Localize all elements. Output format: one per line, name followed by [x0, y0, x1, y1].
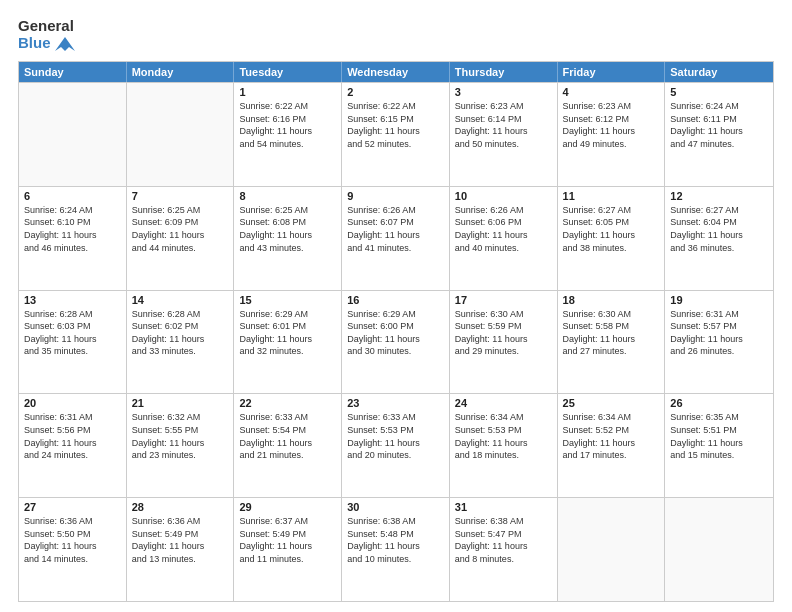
day-cell-1: 1Sunrise: 6:22 AMSunset: 6:16 PMDaylight… [234, 83, 342, 186]
day-cell-12: 12Sunrise: 6:27 AMSunset: 6:04 PMDayligh… [665, 187, 773, 290]
calendar-row-2: 13Sunrise: 6:28 AMSunset: 6:03 PMDayligh… [19, 290, 773, 394]
cell-info-line: and 49 minutes. [563, 138, 660, 151]
weekday-header-friday: Friday [558, 62, 666, 82]
cell-info-line: Sunrise: 6:27 AM [670, 204, 768, 217]
cell-info-line: Daylight: 11 hours [670, 229, 768, 242]
day-cell-16: 16Sunrise: 6:29 AMSunset: 6:00 PMDayligh… [342, 291, 450, 394]
cell-info-line: Daylight: 11 hours [455, 437, 552, 450]
cell-info-line: Sunset: 6:04 PM [670, 216, 768, 229]
cell-info-line: Daylight: 11 hours [132, 540, 229, 553]
cell-info-line: Sunrise: 6:29 AM [239, 308, 336, 321]
cell-info-line: Sunset: 6:06 PM [455, 216, 552, 229]
day-number: 31 [455, 501, 552, 513]
day-cell-30: 30Sunrise: 6:38 AMSunset: 5:48 PMDayligh… [342, 498, 450, 601]
cell-info-line: Sunrise: 6:22 AM [347, 100, 444, 113]
cell-info-line: Sunrise: 6:31 AM [670, 308, 768, 321]
day-number: 23 [347, 397, 444, 409]
cell-info-line: Daylight: 11 hours [132, 229, 229, 242]
cell-info-line: Daylight: 11 hours [239, 540, 336, 553]
day-cell-22: 22Sunrise: 6:33 AMSunset: 5:54 PMDayligh… [234, 394, 342, 497]
day-cell-18: 18Sunrise: 6:30 AMSunset: 5:58 PMDayligh… [558, 291, 666, 394]
cell-info-line: Daylight: 11 hours [347, 333, 444, 346]
day-cell-15: 15Sunrise: 6:29 AMSunset: 6:01 PMDayligh… [234, 291, 342, 394]
cell-info-line: Sunrise: 6:38 AM [347, 515, 444, 528]
empty-cell-0-1 [127, 83, 235, 186]
cell-info-line: Daylight: 11 hours [563, 125, 660, 138]
cell-info-line: Sunrise: 6:30 AM [455, 308, 552, 321]
logo-bird-icon [55, 37, 75, 51]
cell-info-line: and 43 minutes. [239, 242, 336, 255]
logo: General Blue [18, 18, 75, 51]
calendar: SundayMondayTuesdayWednesdayThursdayFrid… [18, 61, 774, 602]
cell-info-line: Daylight: 11 hours [24, 437, 121, 450]
day-cell-7: 7Sunrise: 6:25 AMSunset: 6:09 PMDaylight… [127, 187, 235, 290]
day-cell-23: 23Sunrise: 6:33 AMSunset: 5:53 PMDayligh… [342, 394, 450, 497]
cell-info-line: Sunrise: 6:22 AM [239, 100, 336, 113]
day-cell-5: 5Sunrise: 6:24 AMSunset: 6:11 PMDaylight… [665, 83, 773, 186]
cell-info-line: and 18 minutes. [455, 449, 552, 462]
cell-info-line: Sunrise: 6:26 AM [347, 204, 444, 217]
cell-info-line: and 30 minutes. [347, 345, 444, 358]
cell-info-line: and 29 minutes. [455, 345, 552, 358]
cell-info-line: Sunrise: 6:28 AM [24, 308, 121, 321]
day-cell-13: 13Sunrise: 6:28 AMSunset: 6:03 PMDayligh… [19, 291, 127, 394]
day-number: 28 [132, 501, 229, 513]
day-cell-4: 4Sunrise: 6:23 AMSunset: 6:12 PMDaylight… [558, 83, 666, 186]
calendar-body: 1Sunrise: 6:22 AMSunset: 6:16 PMDaylight… [19, 82, 773, 601]
header: General Blue [18, 18, 774, 51]
cell-info-line: and 27 minutes. [563, 345, 660, 358]
cell-info-line: Sunset: 6:12 PM [563, 113, 660, 126]
cell-info-line: Sunset: 5:58 PM [563, 320, 660, 333]
cell-info-line: Daylight: 11 hours [239, 229, 336, 242]
cell-info-line: Sunset: 5:55 PM [132, 424, 229, 437]
day-cell-24: 24Sunrise: 6:34 AMSunset: 5:53 PMDayligh… [450, 394, 558, 497]
cell-info-line: and 47 minutes. [670, 138, 768, 151]
cell-info-line: Sunrise: 6:29 AM [347, 308, 444, 321]
cell-info-line: and 11 minutes. [239, 553, 336, 566]
cell-info-line: Daylight: 11 hours [670, 125, 768, 138]
day-cell-3: 3Sunrise: 6:23 AMSunset: 6:14 PMDaylight… [450, 83, 558, 186]
cell-info-line: and 14 minutes. [24, 553, 121, 566]
cell-info-line: Sunrise: 6:32 AM [132, 411, 229, 424]
day-cell-2: 2Sunrise: 6:22 AMSunset: 6:15 PMDaylight… [342, 83, 450, 186]
cell-info-line: Sunset: 5:49 PM [132, 528, 229, 541]
day-number: 2 [347, 86, 444, 98]
cell-info-line: Sunrise: 6:35 AM [670, 411, 768, 424]
cell-info-line: Daylight: 11 hours [239, 437, 336, 450]
cell-info-line: and 8 minutes. [455, 553, 552, 566]
day-number: 5 [670, 86, 768, 98]
day-number: 27 [24, 501, 121, 513]
cell-info-line: Daylight: 11 hours [347, 125, 444, 138]
cell-info-line: and 20 minutes. [347, 449, 444, 462]
cell-info-line: Daylight: 11 hours [455, 125, 552, 138]
cell-info-line: Sunrise: 6:33 AM [239, 411, 336, 424]
calendar-row-0: 1Sunrise: 6:22 AMSunset: 6:16 PMDaylight… [19, 82, 773, 186]
calendar-row-4: 27Sunrise: 6:36 AMSunset: 5:50 PMDayligh… [19, 497, 773, 601]
cell-info-line: Daylight: 11 hours [347, 229, 444, 242]
cell-info-line: and 13 minutes. [132, 553, 229, 566]
cell-info-line: and 17 minutes. [563, 449, 660, 462]
cell-info-line: Daylight: 11 hours [24, 333, 121, 346]
cell-info-line: Daylight: 11 hours [132, 333, 229, 346]
cell-info-line: Sunrise: 6:31 AM [24, 411, 121, 424]
cell-info-line: Sunset: 5:48 PM [347, 528, 444, 541]
cell-info-line: Sunset: 5:52 PM [563, 424, 660, 437]
cell-info-line: Daylight: 11 hours [24, 229, 121, 242]
cell-info-line: Sunset: 5:54 PM [239, 424, 336, 437]
weekday-header-saturday: Saturday [665, 62, 773, 82]
day-number: 14 [132, 294, 229, 306]
cell-info-line: Sunset: 6:02 PM [132, 320, 229, 333]
cell-info-line: Sunset: 6:00 PM [347, 320, 444, 333]
cell-info-line: and 10 minutes. [347, 553, 444, 566]
cell-info-line: Daylight: 11 hours [563, 333, 660, 346]
day-cell-10: 10Sunrise: 6:26 AMSunset: 6:06 PMDayligh… [450, 187, 558, 290]
cell-info-line: Sunset: 6:01 PM [239, 320, 336, 333]
cell-info-line: Sunset: 5:56 PM [24, 424, 121, 437]
day-cell-14: 14Sunrise: 6:28 AMSunset: 6:02 PMDayligh… [127, 291, 235, 394]
cell-info-line: and 41 minutes. [347, 242, 444, 255]
cell-info-line: Sunrise: 6:27 AM [563, 204, 660, 217]
logo-blue: Blue [18, 35, 75, 52]
cell-info-line: Sunrise: 6:25 AM [239, 204, 336, 217]
calendar-row-3: 20Sunrise: 6:31 AMSunset: 5:56 PMDayligh… [19, 393, 773, 497]
day-cell-19: 19Sunrise: 6:31 AMSunset: 5:57 PMDayligh… [665, 291, 773, 394]
